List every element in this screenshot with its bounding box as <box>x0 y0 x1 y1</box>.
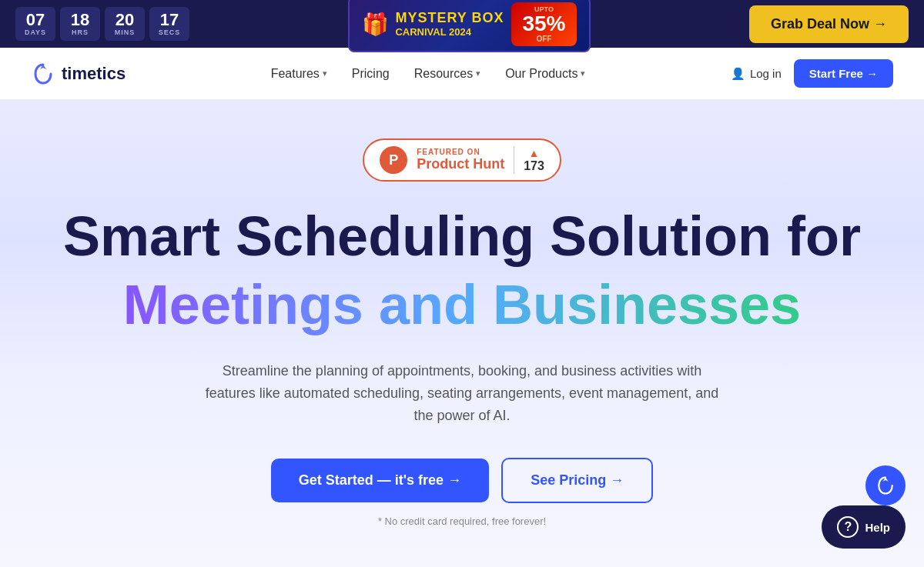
secs-value: 17 <box>157 12 182 28</box>
see-pricing-button[interactable]: See Pricing → <box>501 458 653 503</box>
our-products-chevron: ▾ <box>581 68 585 78</box>
product-hunt-badge[interactable]: P FEATURED ON Product Hunt ▲ 173 <box>363 138 561 182</box>
mystery-subtitle: CARNIVAL 2024 <box>395 26 504 38</box>
ph-divider <box>514 146 514 174</box>
days-label: DAYS <box>23 28 48 36</box>
cta-buttons: Get Started — it's free → See Pricing → <box>271 458 653 503</box>
product-hunt-text: FEATURED ON Product Hunt <box>417 148 504 172</box>
mins-value: 20 <box>112 12 137 28</box>
timetics-chat-widget[interactable] <box>865 465 906 505</box>
nav-our-products[interactable]: Our Products ▾ <box>505 67 585 81</box>
logo-text: timetics <box>62 64 126 84</box>
our-products-label: Our Products <box>505 67 578 81</box>
countdown-hrs: 18 HRS <box>60 7 100 41</box>
logo[interactable]: timetics <box>31 62 126 86</box>
hrs-value: 18 <box>68 12 92 28</box>
login-button[interactable]: 👤 Log in <box>731 67 782 81</box>
timetics-widget-icon <box>875 475 896 496</box>
upvote-icon: ▲ <box>529 147 540 159</box>
features-chevron: ▾ <box>323 68 327 78</box>
gift-icon: 🎁 <box>362 12 389 37</box>
ph-vote-count: ▲ 173 <box>524 147 544 173</box>
countdown-days: 07 DAYS <box>15 7 55 41</box>
discount-badge: UPTO 35% OFF <box>511 2 576 46</box>
countdown-timer: 07 DAYS 18 HRS 20 MINS 17 SECS <box>15 7 189 41</box>
days-value: 07 <box>23 12 48 28</box>
login-label: Log in <box>750 67 782 80</box>
nav-features[interactable]: Features ▾ <box>271 67 327 81</box>
grab-deal-button[interactable]: Grab Deal Now → <box>749 5 909 43</box>
nav-pricing[interactable]: Pricing <box>352 67 390 81</box>
hero-description: Streamline the planning of appointments,… <box>200 360 724 426</box>
pricing-label: Pricing <box>352 67 390 81</box>
hero-title-line1: Smart Scheduling Solution for <box>63 206 861 267</box>
see-pricing-label: See Pricing → <box>531 472 624 489</box>
mystery-title: MYSTERY BOX <box>395 10 504 26</box>
off-text: OFF <box>536 35 551 43</box>
question-icon: ? <box>837 516 859 538</box>
no-credit-note: * No credit card required, free forever! <box>378 515 546 527</box>
navbar: timetics Features ▾ Pricing Resources ▾ … <box>0 48 924 100</box>
product-hunt-name: Product Hunt <box>417 156 504 172</box>
product-hunt-logo: P <box>380 146 407 174</box>
nav-actions: 👤 Log in Start Free → <box>731 59 893 88</box>
featured-on-label: FEATURED ON <box>417 148 480 156</box>
logo-icon <box>31 62 55 86</box>
vote-number: 173 <box>524 159 544 173</box>
secs-label: SECS <box>157 28 182 36</box>
get-started-button[interactable]: Get Started — it's free → <box>271 459 489 502</box>
help-widget[interactable]: ? Help <box>822 505 906 549</box>
mystery-text-group: MYSTERY BOX CARNIVAL 2024 <box>395 10 504 38</box>
top-banner: 07 DAYS 18 HRS 20 MINS 17 SECS 🎁 MYSTERY… <box>0 0 924 48</box>
help-label: Help <box>865 521 890 534</box>
resources-label: Resources <box>414 67 473 81</box>
hrs-label: HRS <box>68 28 92 36</box>
hero-section: P FEATURED ON Product Hunt ▲ 173 Smart S… <box>0 100 924 567</box>
start-free-button[interactable]: Start Free → <box>794 59 893 88</box>
countdown-secs: 17 SECS <box>149 7 189 41</box>
discount-percent: 35% <box>522 13 565 35</box>
resources-chevron: ▾ <box>476 68 480 78</box>
person-icon: 👤 <box>731 67 745 81</box>
grab-deal-label: Grab Deal Now → <box>771 16 887 32</box>
features-label: Features <box>271 67 320 81</box>
nav-links: Features ▾ Pricing Resources ▾ Our Produ… <box>271 67 586 81</box>
hero-title-line2: Meetings and Businesses <box>123 275 801 335</box>
start-free-label: Start Free → <box>809 67 878 80</box>
mystery-box-banner: 🎁 MYSTERY BOX CARNIVAL 2024 UPTO 35% OFF <box>348 0 590 52</box>
get-started-label: Get Started — it's free → <box>299 472 461 489</box>
nav-resources[interactable]: Resources ▾ <box>414 67 480 81</box>
mins-label: MINS <box>112 28 137 36</box>
countdown-mins: 20 MINS <box>105 7 145 41</box>
